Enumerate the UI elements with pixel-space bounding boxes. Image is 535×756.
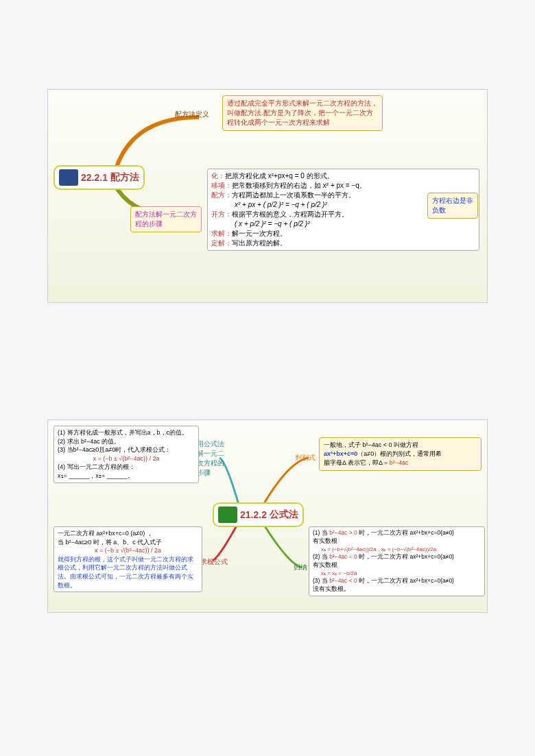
topic-icon bbox=[218, 507, 237, 523]
section-name2: 公式法 bbox=[270, 509, 298, 521]
br-sum: 归纳 bbox=[294, 563, 307, 572]
proc-box: (1) 将方程化成一般形式，并写出a，b，c的值。 (2) 求出 b²−4ac … bbox=[54, 426, 199, 483]
k-qiu: 求解： bbox=[211, 230, 232, 237]
section-number: 22.2.1 bbox=[81, 172, 108, 183]
section-name: 配方法 bbox=[110, 171, 139, 184]
k-pei: 配方： bbox=[211, 191, 232, 199]
topic-icon bbox=[59, 169, 78, 186]
br-proc: 用公式法解一元二次方程的步骤 bbox=[197, 439, 224, 478]
definition-box: 通过配成完全平方形式来解一元二次方程的方法，叫做配方法.配方是为了降次，把一个一… bbox=[222, 95, 383, 131]
root-box: 一元二次方程 ax²+bx+c=0 (a≠0) ， 当 b²−4ac≥0 时，将… bbox=[54, 526, 202, 592]
branch-steps: 配方法解一元二次方程的步骤 bbox=[130, 206, 202, 232]
sum-box: (1) 当 b²−4ac > 0 时，一元二次方程 ax²+bx+c=0(a≠0… bbox=[309, 526, 485, 596]
k-ding: 定解： bbox=[211, 239, 232, 247]
k-yi: 移项： bbox=[211, 182, 232, 189]
k-kai: 开方： bbox=[211, 210, 232, 218]
section-number2: 21.2.2 bbox=[240, 509, 267, 520]
branch-def: 配方法定义 bbox=[175, 110, 209, 119]
note-box: 方程右边是非负数 bbox=[427, 193, 478, 219]
k-hua: 化： bbox=[211, 172, 225, 180]
slide-peifang: 22.2.1 配方法 配方法定义 通过配成完全平方形式来解一元二次方程的方法，叫… bbox=[47, 89, 488, 303]
br-det: 判别式 bbox=[295, 453, 316, 463]
det-box: 一般地，式子 b²−4ac < 0 叫做方程 ax²+bx+c=0（a≠0）根的… bbox=[319, 437, 482, 471]
br-root: 求根公式 bbox=[200, 557, 228, 567]
title-box2: 21.2.2 公式法 bbox=[213, 502, 304, 527]
title-box: 22.2.1 配方法 bbox=[54, 165, 145, 190]
slide-gongshi: 21.2.2 公式法 用公式法解一元二次方程的步骤 判别式 求根公式 归纳 (1… bbox=[47, 419, 488, 613]
